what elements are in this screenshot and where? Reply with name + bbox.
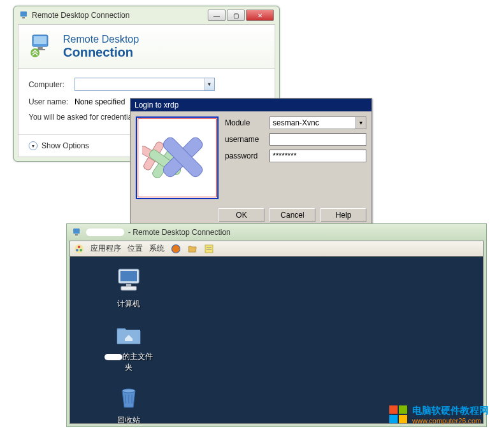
remote-desktop-viewport[interactable]: 应用程序 位置 系统 计算机 xyxy=(69,241,484,424)
note-icon[interactable] xyxy=(204,244,214,254)
desktop-icon-trash[interactable]: 回收站 xyxy=(103,382,154,424)
titlebar[interactable]: Remote Desktop Connection — ▢ ✕ xyxy=(14,6,279,24)
rdp-session-window: - Remote Desktop Connection 应用程序 位置 系统 计… xyxy=(66,223,487,427)
titlebar[interactable]: - Remote Desktop Connection xyxy=(67,224,486,241)
header-banner: Remote Desktop Connection xyxy=(18,25,275,69)
firefox-icon[interactable] xyxy=(171,244,181,254)
svg-rect-30 xyxy=(131,395,133,404)
titlebar[interactable]: Login to xrdp xyxy=(131,99,371,111)
ok-button[interactable]: OK xyxy=(219,208,264,222)
rdp-icon xyxy=(72,227,82,237)
cancel-button[interactable]: Cancel xyxy=(270,208,315,222)
svg-rect-3 xyxy=(34,36,47,44)
windows-logo-icon xyxy=(388,404,408,425)
window-title-suffix: - Remote Desktop Connection xyxy=(128,228,231,237)
trash-icon xyxy=(113,382,144,412)
menu-places[interactable]: 位置 xyxy=(127,243,143,254)
menu-system[interactable]: 系统 xyxy=(149,243,164,254)
xrdp-logo xyxy=(136,116,219,199)
password-input[interactable]: ******** xyxy=(270,150,366,162)
username-label: username xyxy=(225,135,270,144)
chevron-down-icon: ▾ xyxy=(29,141,38,150)
help-button[interactable]: Help xyxy=(320,208,366,222)
computer-combobox[interactable]: ▼ xyxy=(75,78,215,91)
distro-icon xyxy=(74,244,84,254)
svg-rect-26 xyxy=(121,286,136,290)
svg-point-27 xyxy=(122,389,135,393)
svg-rect-13 xyxy=(73,229,80,234)
module-label: Module xyxy=(225,118,270,127)
username-input[interactable] xyxy=(270,133,366,146)
watermark-url: www.computer26.com xyxy=(412,417,489,425)
svg-rect-0 xyxy=(20,11,27,17)
chevron-down-icon[interactable]: ▼ xyxy=(204,78,214,90)
menu-applications[interactable]: 应用程序 xyxy=(90,243,121,254)
chevron-down-icon[interactable]: ▼ xyxy=(356,117,366,129)
svg-rect-34 xyxy=(399,415,407,423)
svg-rect-28 xyxy=(125,395,126,404)
watermark-title: 电脑软硬件教程网 xyxy=(412,405,489,417)
maximize-button[interactable]: ▢ xyxy=(227,10,245,21)
redacted-hostname xyxy=(86,229,124,236)
rdp-icon xyxy=(19,10,29,20)
svg-rect-31 xyxy=(389,405,398,414)
svg-rect-24 xyxy=(120,271,137,281)
xrdp-login-window: Login to xrdp xyxy=(130,98,372,229)
desktop-icon-home[interactable]: 的主文件夹 xyxy=(103,318,154,373)
desktop-icon-computer[interactable]: 计算机 xyxy=(103,265,154,309)
rdp-logo-icon xyxy=(29,32,57,60)
svg-rect-33 xyxy=(389,415,398,423)
password-label: password xyxy=(225,151,270,160)
folder-icon[interactable] xyxy=(187,244,198,254)
svg-point-17 xyxy=(76,249,78,251)
header-line1: Remote Desktop xyxy=(63,34,139,45)
svg-rect-32 xyxy=(399,405,407,414)
computer-icon xyxy=(113,265,144,296)
show-options-toggle[interactable]: ▾ Show Options xyxy=(29,141,89,150)
window-title: Remote Desktop Connection xyxy=(29,11,208,20)
computer-label: Computer: xyxy=(29,80,75,89)
svg-rect-14 xyxy=(75,234,78,236)
svg-rect-4 xyxy=(38,47,43,49)
svg-rect-20 xyxy=(205,245,213,253)
username-label: User name: xyxy=(29,97,75,106)
username-value: None specified xyxy=(75,97,125,106)
header-line2: Connection xyxy=(63,45,139,60)
watermark: 电脑软硬件教程网 www.computer26.com xyxy=(388,404,489,425)
svg-point-18 xyxy=(80,249,82,251)
gnome-panel: 应用程序 位置 系统 xyxy=(70,241,483,257)
close-button[interactable]: ✕ xyxy=(246,10,274,21)
svg-rect-25 xyxy=(126,284,131,286)
minimize-button[interactable]: — xyxy=(208,10,226,21)
module-select[interactable]: sesman-Xvnc ▼ xyxy=(270,116,366,129)
home-folder-icon xyxy=(113,318,144,349)
svg-point-16 xyxy=(78,246,80,248)
svg-rect-1 xyxy=(22,17,25,18)
svg-rect-29 xyxy=(128,395,129,404)
